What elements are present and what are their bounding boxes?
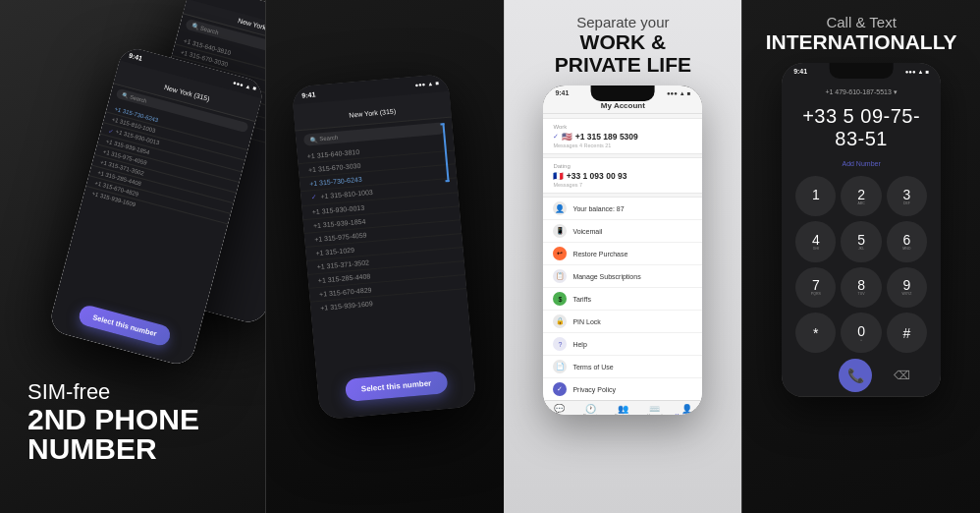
panel2-numbers: +1 315-640-3810 +1 315-670-3030 +1 315-7… (297, 137, 467, 314)
panel3-tabbar: 💬 Messages 🕐 Recents 👥 Contacts ⌨️ Keypa… (543, 400, 702, 415)
pin-label: PIN Lock (572, 318, 600, 325)
panel2-select-btn[interactable]: Select this number (345, 370, 448, 402)
account-screen: 9:41 ●●● ▲ ■ My Account Work ✓ 🇺🇸 +1 315… (543, 86, 702, 415)
tariffs-row[interactable]: $ Tariffs (543, 288, 702, 311)
restore-row[interactable]: ↩ Restore Purchase (543, 243, 702, 265)
panel-2: 9:41 ●●● ▲ ■ New York (315) 🔍 Search +1 … (265, 0, 504, 513)
panel4-headline: Call & Text INTERNATIONALLY (766, 0, 957, 53)
panel3-line1: Separate your (555, 14, 691, 30)
panel3-headline: Separate your WORK & PRIVATE LIFE (555, 0, 691, 76)
key-6[interactable]: 6 MNO (887, 221, 927, 261)
help-label: Help (572, 341, 586, 348)
panel3-line2: WORK & (555, 30, 691, 53)
select-button[interactable]: Select this number (77, 304, 172, 348)
panel1-line2: 2ND PHONE (27, 405, 199, 434)
terms-row[interactable]: 📄 Terms of Use (543, 356, 702, 378)
key-0[interactable]: 0 + (841, 313, 881, 353)
panel1-line1: SIM-free (27, 379, 199, 405)
work-number: 🇺🇸 +1 315 189 5309 (562, 132, 637, 142)
dial-screen: 9:41 ●●● ▲ ■ +1 479-610-187-5513 ▾ +33 5… (782, 63, 941, 397)
panel4-phone: 9:41 ●●● ▲ ■ +1 479-610-187-5513 ▾ +33 5… (782, 63, 941, 397)
help-row[interactable]: ? Help (543, 333, 702, 356)
work-section: Work ✓ 🇺🇸 +1 315 189 5309 Messages 4 Rec… (543, 118, 702, 154)
restore-label: Restore Purchase (572, 251, 627, 257)
key-1[interactable]: 1 (795, 176, 836, 216)
tab-messages[interactable]: 💬 Messages (543, 404, 574, 415)
phone-front: 9:41 ●●● ▲ ■ New York (315) 🔍 Sear (47, 45, 265, 369)
tab-keypad[interactable]: ⌨️ Keypad (639, 404, 671, 415)
balance-label: Your balance: 87 (572, 205, 624, 212)
key-8[interactable]: 8 TUV (841, 267, 881, 308)
panel2-screen: 9:41 ●●● ▲ ■ New York (315) 🔍 Search +1 … (291, 74, 476, 421)
balance-row: 👤 Your balance: 87 (543, 198, 702, 220)
dating-label: Dating (553, 163, 692, 169)
subscriptions-label: Manage Subscriptions (572, 273, 640, 280)
privacy-row[interactable]: ✓ Privacy Policy (543, 378, 702, 400)
key-4[interactable]: 4 GHI (795, 221, 836, 261)
dial-main-number: +33 5 09-75-83-51 (782, 101, 941, 152)
work-label: Work (553, 124, 692, 130)
panel-4: Call & Text INTERNATIONALLY 9:41 ●●● ▲ ■… (741, 0, 980, 513)
delete-button[interactable]: ⌫ (892, 366, 911, 385)
panel4-notch (830, 63, 894, 79)
panel3-phone: 9:41 ●●● ▲ ■ My Account Work ✓ 🇺🇸 +1 315… (543, 86, 702, 415)
key-star[interactable]: * (795, 313, 836, 353)
panel1-label: SIM-free 2ND PHONE NUMBER (27, 379, 199, 464)
tariffs-label: Tariffs (572, 296, 591, 303)
dating-number: 🇫🇷 +33 1 093 00 93 (553, 171, 626, 181)
tab-recents[interactable]: 🕐 Recents (575, 404, 607, 415)
dating-meta: Messages 7 (553, 182, 692, 188)
dial-top-number: +1 479-610-187-5513 ▾ (782, 78, 941, 101)
panel-3: Separate your WORK & PRIVATE LIFE 9:41 ●… (504, 0, 742, 513)
key-7[interactable]: 7 PQRS (795, 267, 836, 308)
voicemail-row[interactable]: 📱 Voicemail (543, 220, 702, 243)
privacy-label: Privacy Policy (572, 386, 616, 393)
key-5[interactable]: 5 JKL (841, 221, 881, 261)
tab-contacts[interactable]: 👥 Contacts (607, 404, 638, 415)
work-meta: Messages 4 Recents 21 (553, 142, 692, 148)
panel-1: 9:41 ●●● ▲ ■ New York (315) 🔍 Sear (0, 0, 265, 513)
panel4-line2: INTERNATIONALLY (766, 30, 957, 53)
phone-front-screen: 9:41 ●●● ▲ ■ New York (315) 🔍 Sear (47, 45, 265, 369)
balance-row: Balance: 87 Get More (782, 396, 941, 397)
key-3[interactable]: 3 DEF (887, 176, 927, 216)
front-phone-time: 9:41 (128, 51, 142, 61)
key-hash[interactable]: # (887, 313, 927, 353)
panel2-phone: 9:41 ●●● ▲ ■ New York (315) 🔍 Search +1 … (291, 74, 476, 421)
pin-row[interactable]: 🔒 PIN Lock (543, 311, 702, 333)
terms-label: Terms of Use (572, 364, 613, 370)
subscriptions-row[interactable]: 📋 Manage Subscriptions (543, 265, 702, 288)
notch (591, 86, 655, 101)
call-row: 📞 ⌫ (782, 353, 941, 396)
add-number[interactable]: Add Number (782, 152, 941, 170)
panel4-line1: Call & Text (766, 14, 957, 30)
tab-account[interactable]: 👤 My Account (671, 404, 702, 415)
panel1-line3: NUMBER (27, 434, 199, 464)
key-2[interactable]: 2 ABC (841, 176, 881, 216)
call-button[interactable]: 📞 (839, 359, 872, 392)
back-search-placeholder: Search (199, 25, 219, 35)
dating-section: Dating 🇫🇷 +33 1 093 00 93 Messages 7 (543, 157, 702, 194)
dial-grid: 1 2 ABC 3 DEF 4 GHI 5 JKL (782, 176, 941, 353)
account-menu: 👤 Your balance: 87 📱 Voicemail ↩ Restore… (543, 197, 702, 400)
voicemail-label: Voicemail (572, 228, 602, 235)
key-9[interactable]: 9 WXYZ (887, 267, 927, 308)
panel3-line3: PRIVATE LIFE (555, 53, 691, 76)
